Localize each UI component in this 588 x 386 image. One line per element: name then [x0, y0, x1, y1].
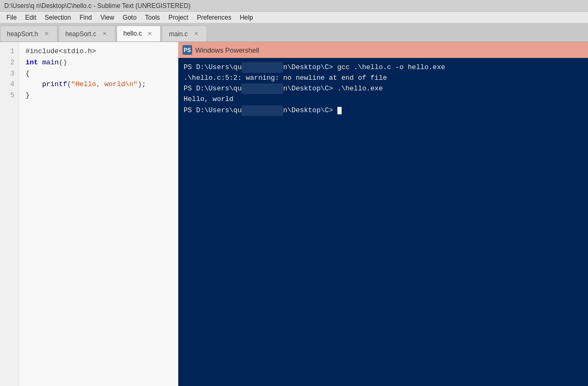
- editor-panel[interactable]: 1 2 3 4 5 #include<stdio.h> int main() {…: [0, 42, 178, 386]
- code-content[interactable]: #include<stdio.h> int main() { printf("H…: [19, 42, 152, 386]
- tab-label: heapSort.h: [7, 30, 38, 38]
- powershell-terminal[interactable]: PS D:\Users\qu n\Desktop\C> gcc .\hello.…: [178, 58, 588, 386]
- tab-hello-c[interactable]: hello.c ✕: [117, 26, 161, 41]
- line-num-5: 5: [0, 90, 19, 102]
- tab-label: main.c: [169, 30, 187, 38]
- line-num-4: 4: [0, 79, 19, 90]
- title-text: D:\Users\q n\Desktop\C\hello.c - Sublime…: [4, 2, 191, 10]
- menu-project[interactable]: Project: [164, 13, 193, 22]
- tab-bar: heapSort.h ✕ heapSort.c ✕ hello.c ✕ main…: [0, 23, 588, 42]
- tab-close-hello-c[interactable]: ✕: [146, 30, 154, 38]
- menu-help[interactable]: Help: [236, 13, 258, 22]
- menu-edit[interactable]: Edit: [21, 13, 40, 22]
- code-line-3: {: [26, 70, 30, 78]
- ps-line-3: PS D:\Users\qu n\Desktop\C> .\hello.exe: [184, 83, 583, 94]
- title-bar: D:\Users\q n\Desktop\C\hello.c - Sublime…: [0, 0, 588, 12]
- code-area: 1 2 3 4 5 #include<stdio.h> int main() {…: [0, 42, 178, 386]
- menu-preferences[interactable]: Preferences: [193, 13, 236, 22]
- main-content: 1 2 3 4 5 #include<stdio.h> int main() {…: [0, 42, 588, 386]
- code-line-5: }: [26, 91, 30, 99]
- powershell-title: Windows Powershell: [195, 46, 259, 54]
- tab-close-main-c[interactable]: ✕: [192, 30, 200, 38]
- tab-label: hello.c: [123, 30, 142, 37]
- tab-heapsort-c[interactable]: heapSort.c ✕: [59, 26, 115, 41]
- line-num-2: 2: [0, 57, 19, 69]
- menu-goto[interactable]: Goto: [119, 13, 141, 22]
- line-num-3: 3: [0, 69, 19, 80]
- menu-selection[interactable]: Selection: [40, 13, 75, 22]
- tab-heapsort-h[interactable]: heapSort.h ✕: [0, 26, 57, 41]
- tab-label: heapSort.c: [65, 30, 96, 38]
- menu-view[interactable]: View: [96, 13, 119, 22]
- powershell-titlebar: PS Windows Powershell: [178, 42, 588, 58]
- code-line-2: int main(): [26, 58, 67, 66]
- line-numbers: 1 2 3 4 5: [0, 42, 19, 386]
- tab-close-heapsort-h[interactable]: ✕: [43, 30, 51, 38]
- code-line-1: #include<stdio.h>: [26, 47, 96, 55]
- ps-line-2: .\hello.c:5:2: warning: no newline at en…: [184, 73, 583, 83]
- powershell-icon: PS: [183, 45, 192, 55]
- tab-close-heapsort-c[interactable]: ✕: [101, 30, 109, 38]
- ps-line-4: Hello, world: [184, 94, 583, 105]
- terminal-cursor: [337, 107, 342, 114]
- menu-find[interactable]: Find: [75, 13, 96, 22]
- menu-bar: File Edit Selection Find View Goto Tools…: [0, 12, 588, 23]
- menu-file[interactable]: File: [2, 13, 21, 22]
- powershell-window: PS Windows Powershell PS D:\Users\qu n\D…: [178, 42, 588, 386]
- ps-line-5: PS D:\Users\qu n\Desktop\C>: [184, 105, 583, 116]
- line-num-1: 1: [0, 46, 19, 57]
- ps-line-1: PS D:\Users\qu n\Desktop\C> gcc .\hello.…: [184, 62, 583, 73]
- menu-tools[interactable]: Tools: [141, 13, 164, 22]
- tab-main-c[interactable]: main.c ✕: [162, 26, 206, 41]
- code-line-4: printf("Hello, world\n");: [26, 80, 146, 88]
